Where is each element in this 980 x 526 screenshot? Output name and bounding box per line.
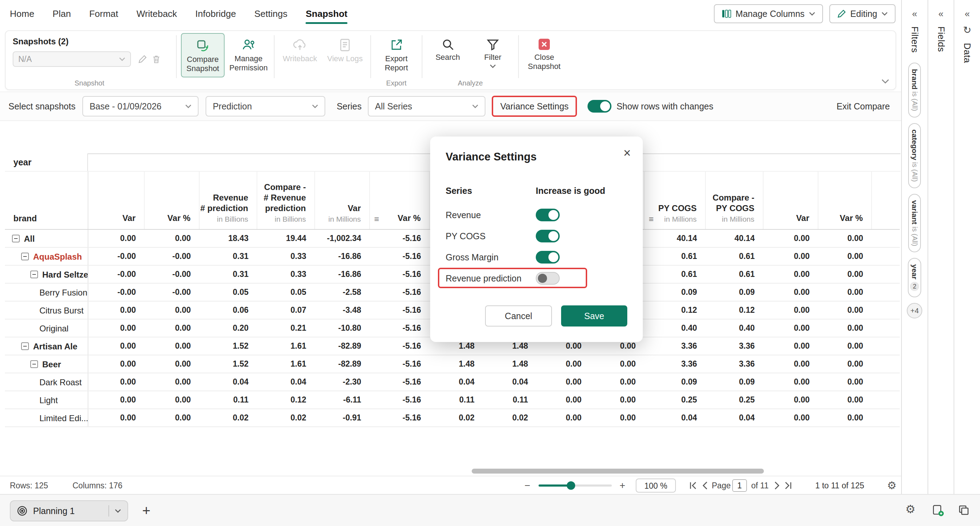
expand-collapse-icon[interactable]	[30, 270, 38, 278]
grid-cell[interactable]: 40.14	[705, 229, 763, 247]
grid-cell[interactable]: 0.00	[88, 229, 144, 247]
grid-cell[interactable]: 1.48	[483, 355, 536, 373]
sheet-tab-planning-1[interactable]: Planning 1	[10, 500, 128, 521]
grid-cell[interactable]: 0.00	[536, 355, 590, 373]
grid-cell[interactable]: 0.00	[763, 283, 818, 301]
grid-cell[interactable]: 0.00	[818, 391, 872, 409]
grid-cell[interactable]: -6.11	[315, 391, 370, 409]
increase-is-good-toggle-gross-margin[interactable]	[536, 251, 560, 264]
row-header-citrus-burst[interactable]: Citrus Burst	[5, 301, 88, 319]
filter-button[interactable]: Filter	[472, 33, 514, 78]
grid-cell[interactable]: 0.21	[257, 319, 315, 337]
grid-cell[interactable]: 0.00	[818, 247, 872, 265]
grid-cell[interactable]: 0.00	[818, 373, 872, 391]
column-menu-icon[interactable]: ≡	[374, 214, 379, 224]
grid-cell[interactable]: -0.00	[144, 265, 199, 283]
expand-filters-icon[interactable]: «	[912, 8, 917, 19]
filter-pill-category[interactable]: categoryis (All)	[908, 123, 921, 188]
rename-snapshot-icon[interactable]	[138, 54, 147, 67]
grid-cell[interactable]: 0.09	[644, 373, 705, 391]
grid-cell[interactable]: 0.09	[705, 373, 763, 391]
grid-cell[interactable]: -5.16	[370, 301, 430, 319]
grid-cell[interactable]: 40.14	[644, 229, 705, 247]
menu-item-format[interactable]: Format	[89, 0, 118, 27]
grid-cell[interactable]: 0.00	[590, 355, 644, 373]
snapshot-select[interactable]: N/A	[13, 51, 131, 67]
grid-cell[interactable]: -2.58	[315, 283, 370, 301]
delete-snapshot-icon[interactable]	[152, 54, 161, 67]
grid-cell[interactable]: 0.11	[483, 391, 536, 409]
settings-gear-icon[interactable]: ⚙	[905, 502, 916, 516]
grid-cell[interactable]: -3.48	[315, 301, 370, 319]
zoom-in-button[interactable]: +	[620, 477, 625, 495]
menu-item-home[interactable]: Home	[10, 0, 34, 27]
save-button[interactable]: Save	[561, 305, 627, 326]
grid-cell[interactable]: 0.00	[144, 301, 199, 319]
grid-cell[interactable]: 0.00	[88, 337, 144, 355]
grid-cell[interactable]: -0.00	[88, 283, 144, 301]
grid-cell[interactable]: -5.16	[370, 337, 430, 355]
grid-cell[interactable]: -5.16	[370, 229, 430, 247]
menu-item-snapshot[interactable]: Snapshot	[305, 0, 347, 27]
grid-cell[interactable]: 1.48	[430, 355, 483, 373]
sheet-tab-menu-caret[interactable]	[108, 505, 121, 516]
export-report-button[interactable]: Export Report	[375, 33, 417, 78]
grid-cell[interactable]: 0.00	[144, 391, 199, 409]
column-menu-icon[interactable]: ≡	[649, 214, 654, 224]
refresh-data-icon[interactable]: ↻	[963, 24, 971, 36]
grid-cell[interactable]: 0.00	[818, 337, 872, 355]
grid-cell[interactable]: 0.61	[705, 247, 763, 265]
grid-cell[interactable]: 3.36	[705, 355, 763, 373]
row-header-aquasplash[interactable]: AquaSplash	[5, 247, 88, 265]
grid-cell[interactable]: -5.16	[370, 409, 430, 427]
expand-collapse-icon[interactable]	[21, 253, 29, 261]
grid-cell[interactable]: -5.16	[370, 265, 430, 283]
grid-cell[interactable]: 3.36	[705, 337, 763, 355]
grid-cell[interactable]: 0.05	[199, 283, 257, 301]
grid-cell[interactable]: -0.00	[88, 265, 144, 283]
page-number-input[interactable]	[732, 479, 747, 492]
grid-cell[interactable]: 3.36	[644, 337, 705, 355]
grid-cell[interactable]: 0.00	[88, 301, 144, 319]
grid-cell[interactable]: 0.00	[818, 265, 872, 283]
menu-item-infobridge[interactable]: Infobridge	[196, 0, 236, 27]
increase-is-good-toggle-py-cogs[interactable]	[536, 230, 560, 242]
grid-cell[interactable]: 0.00	[144, 319, 199, 337]
grid-cell[interactable]: 0.00	[818, 301, 872, 319]
grid-cell[interactable]: 0.00	[590, 391, 644, 409]
menu-item-settings[interactable]: Settings	[255, 0, 288, 27]
grid-cell[interactable]: 0.05	[257, 283, 315, 301]
add-sheet-button[interactable]: +	[142, 499, 150, 522]
grid-cell[interactable]: 0.25	[644, 391, 705, 409]
previous-page-button[interactable]	[702, 482, 708, 492]
grid-cell[interactable]: -10.80	[315, 319, 370, 337]
grid-cell[interactable]: 0.61	[644, 247, 705, 265]
grid-cell[interactable]: 0.07	[257, 301, 315, 319]
grid-cell[interactable]: 0.31	[199, 247, 257, 265]
add-report-icon[interactable]	[932, 505, 944, 519]
last-page-button[interactable]	[784, 482, 793, 492]
grid-cell[interactable]: 1.61	[257, 337, 315, 355]
grid-cell[interactable]: 0.00	[88, 373, 144, 391]
grid-cell[interactable]: 0.33	[257, 265, 315, 283]
zoom-slider-knob[interactable]	[567, 482, 575, 490]
row-header-dark-roast[interactable]: Dark Roast	[5, 373, 88, 391]
grid-cell[interactable]: 0.00	[88, 355, 144, 373]
column-header-var1[interactable]: Var	[88, 172, 144, 229]
first-page-button[interactable]	[689, 482, 698, 492]
fields-panel-label[interactable]: Fields	[935, 26, 947, 52]
grid-cell[interactable]: 0.04	[644, 409, 705, 427]
grid-cell[interactable]: 0.25	[705, 391, 763, 409]
grid-cell[interactable]: -2.30	[315, 373, 370, 391]
editing-mode-button[interactable]: Editing	[829, 4, 896, 23]
grid-cell[interactable]: 0.02	[257, 409, 315, 427]
grid-cell[interactable]: 1.52	[199, 355, 257, 373]
grid-cell[interactable]: 0.00	[88, 391, 144, 409]
grid-cell[interactable]: -0.00	[144, 283, 199, 301]
grid-cell[interactable]: 0.00	[763, 409, 818, 427]
column-header-comp-revpred[interactable]: Compare -# Revenuepredictionin Billions	[257, 172, 315, 229]
zoom-level-box[interactable]: 100 %	[636, 478, 676, 493]
horizontal-scrollbar[interactable]	[472, 469, 764, 474]
grid-cell[interactable]: 0.31	[199, 265, 257, 283]
grid-cell[interactable]: 0.02	[483, 409, 536, 427]
